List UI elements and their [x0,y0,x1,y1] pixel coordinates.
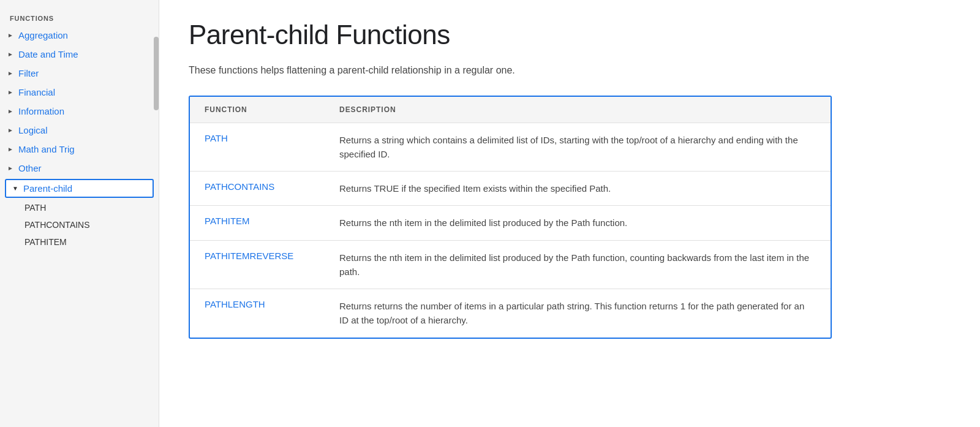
table-row: PATHReturns a string which contains a de… [190,123,831,172]
col-header-description: DESCRIPTION [325,97,831,123]
function-table: FUNCTION DESCRIPTION PATHReturns a strin… [190,97,831,338]
arrow-icon-date-and-time: ► [7,51,15,58]
page-description: These functions helps flattening a paren… [189,62,951,78]
sidebar-item-date-and-time[interactable]: ►Date and Time [0,45,159,64]
sidebar: FUNCTIONS ►Aggregation►Date and Time►Fil… [0,0,159,427]
sidebar-item-logical[interactable]: ►Logical [0,121,159,140]
sidebar-item-label-other: Other [18,163,42,173]
table-cell-description: Returns the nth item in the delimited li… [325,206,831,240]
arrow-icon-other: ► [7,165,15,172]
table-row: PATHITEMREVERSEReturns the nth item in t… [190,240,831,289]
table-cell-description: Returns a string which contains a delimi… [325,123,831,172]
table-cell-description: Returns TRUE if the specified Item exist… [325,172,831,206]
table-cell-function[interactable]: PATH [190,123,325,172]
table-cell-function[interactable]: PATHITEM [190,206,325,240]
arrow-icon-filter: ► [7,70,15,77]
main-content: Parent-child Functions These functions h… [159,0,980,427]
page-title: Parent-child Functions [189,20,951,50]
sidebar-item-label-parent-child: Parent-child [23,183,72,194]
sidebar-item-filter[interactable]: ►Filter [0,64,159,83]
table-row: PATHCONTAINSReturns TRUE if the specifie… [190,172,831,206]
sidebar-item-parent-child[interactable]: ▼Parent-child [5,179,154,198]
sidebar-section-label: FUNCTIONS [0,10,159,26]
sidebar-sub-item-pathitem[interactable]: PATHITEM [0,233,159,251]
table-cell-function[interactable]: PATHITEMREVERSE [190,240,325,289]
table-header-row: FUNCTION DESCRIPTION [190,97,831,123]
sidebar-item-aggregation[interactable]: ►Aggregation [0,26,159,45]
table-cell-description: Returns returns the number of items in a… [325,289,831,338]
table-cell-description: Returns the nth item in the delimited li… [325,240,831,289]
arrow-icon-parent-child: ▼ [12,185,20,192]
sidebar-item-label-filter: Filter [18,68,39,78]
sidebar-item-math-and-trig[interactable]: ►Math and Trig [0,140,159,159]
sidebar-item-label-aggregation: Aggregation [18,30,68,40]
sidebar-sub-item-path[interactable]: PATH [0,199,159,216]
arrow-icon-information: ► [7,108,15,115]
sidebar-item-label-financial: Financial [18,87,55,97]
function-table-wrapper: FUNCTION DESCRIPTION PATHReturns a strin… [189,96,832,339]
sidebar-item-information[interactable]: ►Information [0,102,159,121]
sidebar-sub-item-pathcontains[interactable]: PATHCONTAINS [0,216,159,233]
arrow-icon-aggregation: ► [7,32,15,39]
sidebar-item-label-math-and-trig: Math and Trig [18,144,75,154]
arrow-icon-financial: ► [7,89,15,96]
sidebar-item-financial[interactable]: ►Financial [0,83,159,102]
sidebar-item-label-logical: Logical [18,125,48,135]
table-cell-function[interactable]: PATHCONTAINS [190,172,325,206]
arrow-icon-logical: ► [7,127,15,134]
sidebar-item-other[interactable]: ►Other [0,159,159,178]
table-row: PATHLENGTHReturns returns the number of … [190,289,831,338]
scrollbar-thumb[interactable] [154,37,159,110]
sidebar-item-label-information: Information [18,106,64,116]
table-cell-function[interactable]: PATHLENGTH [190,289,325,338]
table-row: PATHITEMReturns the nth item in the deli… [190,206,831,240]
col-header-function: FUNCTION [190,97,325,123]
sidebar-item-label-date-and-time: Date and Time [18,49,78,59]
arrow-icon-math-and-trig: ► [7,146,15,153]
